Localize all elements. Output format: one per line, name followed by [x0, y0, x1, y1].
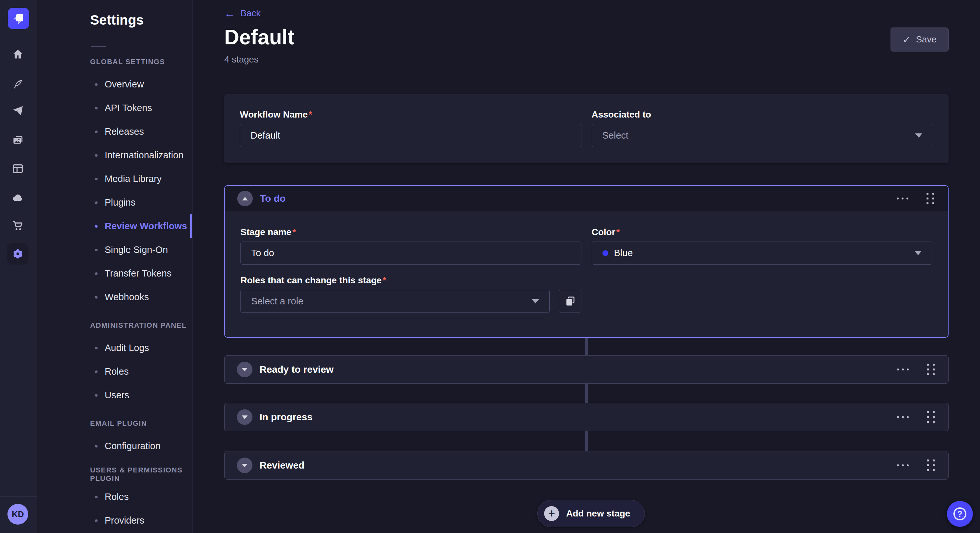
add-stage-label: Add new stage	[566, 508, 630, 519]
subnav-item-email-configuration[interactable]: Configuration	[37, 434, 192, 458]
associated-to-placeholder: Select	[603, 130, 629, 141]
stage-color-select[interactable]: Blue	[592, 241, 933, 265]
subnav-item-label: Roles	[105, 366, 129, 377]
subnav-item-up-providers[interactable]: Providers	[37, 509, 192, 532]
user-avatar[interactable]: KD	[8, 504, 28, 525]
subnav-item-internationalization[interactable]: Internationalization	[37, 143, 192, 167]
expand-stage-button[interactable]	[237, 409, 253, 425]
back-link[interactable]: ← Back	[224, 8, 261, 19]
subnav-item-label: Users	[105, 390, 129, 401]
chevron-down-icon	[532, 299, 539, 303]
workflow-name-input[interactable]	[240, 124, 581, 147]
workflow-name-field: Workflow Name *	[240, 109, 581, 147]
subnav-list: GLOBAL SETTINGS Overview API Tokens Rele…	[37, 51, 192, 532]
subnav-item-admin-roles[interactable]: Roles	[37, 360, 192, 383]
bullet-icon	[95, 394, 97, 397]
subnav-item-transfer-tokens[interactable]: Transfer Tokens	[37, 262, 192, 285]
active-item-indicator	[190, 214, 192, 238]
more-options-icon[interactable]	[895, 366, 911, 373]
stage-row-ready-to-review[interactable]: Ready to review	[224, 355, 948, 384]
save-label: Save	[916, 34, 937, 45]
stage-roles-placeholder: Select a role	[251, 296, 303, 307]
workflow-name-label: Workflow Name	[240, 109, 308, 120]
drag-handle-icon[interactable]	[926, 410, 936, 424]
drag-handle-icon[interactable]	[926, 362, 936, 377]
subnav-item-webhooks[interactable]: Webhooks	[37, 285, 192, 309]
home-icon	[12, 48, 24, 60]
nav-media-library[interactable]	[10, 133, 25, 148]
bullet-icon	[95, 519, 97, 522]
nav-home[interactable]	[10, 46, 25, 62]
stage-name-input[interactable]	[240, 241, 581, 265]
strapi-mark-icon	[10, 10, 27, 27]
apply-roles-to-all-stages-button[interactable]	[559, 290, 581, 313]
subnav-item-audit-logs[interactable]: Audit Logs	[37, 336, 192, 360]
more-options-icon[interactable]	[895, 414, 911, 420]
subnav-item-overview[interactable]: Overview	[37, 73, 192, 96]
add-new-stage-button[interactable]: + Add new stage	[537, 500, 645, 527]
help-button[interactable]: ?	[947, 501, 973, 527]
subnav-item-releases[interactable]: Releases	[37, 120, 192, 143]
bullet-icon	[95, 272, 97, 275]
subnav-section-heading: GLOBAL SETTINGS	[37, 51, 192, 73]
subnav-item-api-tokens[interactable]: API Tokens	[37, 96, 192, 120]
drag-handle-icon[interactable]	[926, 458, 936, 473]
nav-content-manager[interactable]	[10, 76, 25, 92]
rail-divider	[0, 37, 37, 37]
stage-title: In progress	[259, 412, 312, 423]
nav-marketplace[interactable]	[10, 218, 25, 233]
bullet-icon	[95, 154, 97, 157]
chevron-down-icon	[242, 368, 248, 371]
strapi-logo[interactable]	[8, 8, 29, 29]
subnav-item-label: Audit Logs	[105, 343, 149, 353]
subnav-item-label: Single Sign-On	[105, 244, 168, 255]
subnav-item-up-roles[interactable]: Roles	[37, 485, 192, 509]
workflow-meta-card: Workflow Name * Associated to Select	[224, 94, 948, 163]
chevron-up-icon	[242, 197, 248, 200]
nav-settings[interactable]	[7, 243, 29, 265]
subnav-item-label: Plugins	[105, 197, 135, 208]
layout-icon	[12, 163, 24, 174]
duplicate-icon	[565, 296, 576, 307]
nav-releases[interactable]	[10, 103, 25, 119]
stage-color-field: Color * Blue	[592, 227, 933, 265]
subnav-section-heading: USERS & PERMISSIONS PLUGIN	[37, 464, 192, 485]
more-options-icon[interactable]	[895, 195, 910, 201]
stage-row-in-progress[interactable]: In progress	[224, 403, 948, 431]
subnav-item-plugins[interactable]: Plugins	[37, 191, 192, 214]
more-options-icon[interactable]	[895, 462, 911, 468]
collapse-stage-button[interactable]	[237, 191, 253, 206]
drag-handle-icon[interactable]	[925, 191, 935, 206]
associated-to-select[interactable]: Select	[592, 124, 933, 147]
stage-roles-select[interactable]: Select a role	[240, 290, 550, 313]
stage-color-label: Color	[592, 227, 616, 238]
plus-icon: +	[544, 506, 559, 521]
back-arrow-icon: ←	[224, 8, 235, 19]
page-subtitle: 4 stages	[224, 54, 259, 65]
stage-roles-field: Roles that can change this stage * Selec…	[240, 275, 581, 313]
stage-title: Reviewed	[259, 460, 304, 471]
bullet-icon	[95, 445, 97, 447]
subnav-item-review-workflows[interactable]: Review Workflows	[37, 214, 192, 238]
expand-stage-button[interactable]	[237, 458, 253, 473]
required-asterisk: *	[292, 227, 296, 238]
stage-row-reviewed[interactable]: Reviewed	[224, 451, 948, 479]
expand-stage-button[interactable]	[237, 362, 253, 377]
subnav-section-heading: EMAIL PLUGIN	[37, 413, 192, 434]
subnav-item-admin-users[interactable]: Users	[37, 383, 192, 407]
nav-content-type-builder[interactable]	[10, 161, 25, 176]
user-initials: KD	[12, 509, 24, 519]
stage-title: Ready to review	[259, 364, 334, 375]
subnav-item-label: Roles	[105, 492, 129, 502]
nav-deploy[interactable]	[10, 190, 25, 205]
subnav-item-media-library[interactable]: Media Library	[37, 167, 192, 191]
stage-panel-todo: To do Stage name * Color	[224, 185, 948, 338]
stage-panel-header[interactable]: To do	[225, 186, 948, 211]
stage-name-label: Stage name	[240, 227, 291, 238]
subnav-item-label: Media Library	[105, 174, 162, 184]
color-swatch-blue	[603, 250, 608, 256]
save-button[interactable]: ✓ Save	[891, 27, 948, 51]
check-icon: ✓	[902, 34, 911, 45]
bullet-icon	[95, 225, 97, 228]
subnav-item-single-sign-on[interactable]: Single Sign-On	[37, 238, 192, 262]
